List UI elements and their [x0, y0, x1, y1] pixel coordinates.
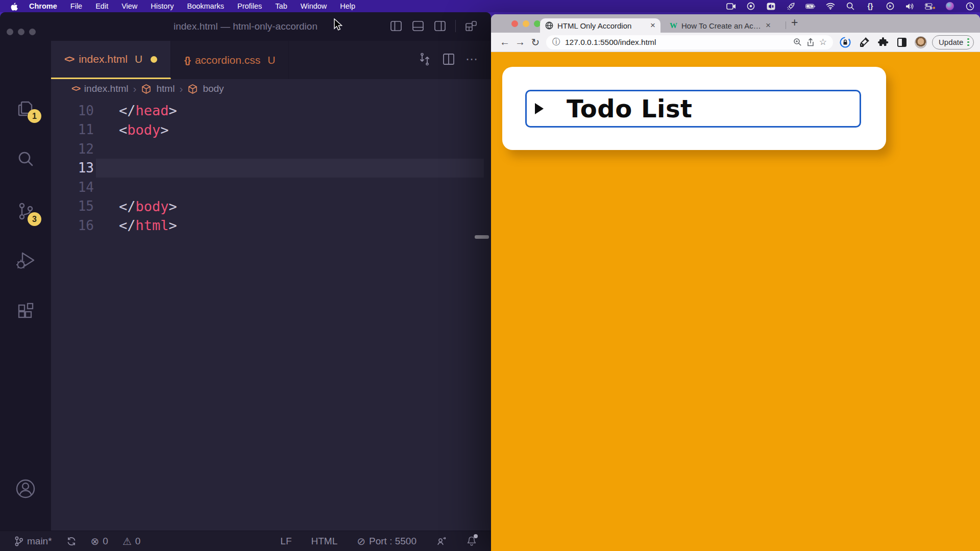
search-icon[interactable]: [13, 147, 38, 171]
new-tab-button[interactable]: +: [791, 16, 798, 30]
notifications-bell-icon[interactable]: [467, 536, 477, 546]
address-bar[interactable]: ⓘ 127.0.0.1:5500/index.html ☆: [546, 35, 833, 49]
run-debug-icon[interactable]: [13, 248, 38, 272]
site-info-icon[interactable]: ⓘ: [552, 37, 560, 47]
menu-history[interactable]: History: [151, 2, 174, 10]
privacy-lock-icon[interactable]: [839, 36, 851, 48]
error-icon: ⊗: [91, 535, 100, 547]
play-circle-icon[interactable]: [885, 1, 895, 11]
live-share-icon[interactable]: [436, 536, 447, 546]
warning-icon: ⚠: [122, 535, 132, 547]
close-tab-icon[interactable]: ×: [650, 20, 655, 31]
code-token: </: [119, 103, 136, 118]
close-window-button[interactable]: [511, 20, 518, 27]
current-line-highlight: [96, 159, 484, 178]
braces-menu-icon[interactable]: {}: [865, 1, 875, 11]
symbol-cube-icon: [187, 84, 198, 94]
scrollbar-handle[interactable]: [475, 235, 489, 239]
errors-item[interactable]: ⊗ 0: [91, 535, 108, 547]
vscode-status-bar: main* ⊗ 0 ⚠ 0 LF HTML ⊘ Por: [0, 531, 491, 551]
customize-layout-icon[interactable]: [464, 19, 478, 33]
breadcrumb-body[interactable]: body: [203, 83, 224, 94]
tab-index-html[interactable]: <> index.html U: [51, 41, 171, 79]
breadcrumb-html[interactable]: html: [156, 83, 175, 94]
bookmark-star-icon[interactable]: ☆: [819, 37, 827, 47]
menu-profiles[interactable]: Profiles: [237, 2, 262, 10]
menu-file[interactable]: File: [70, 2, 82, 10]
rocket-icon[interactable]: [786, 1, 796, 11]
git-status-untracked: U: [135, 53, 142, 65]
code-token: head: [136, 103, 169, 118]
wifi-icon[interactable]: [825, 1, 836, 11]
minimize-window-button[interactable]: [523, 20, 529, 27]
split-editor-icon[interactable]: [442, 53, 455, 66]
more-actions-icon[interactable]: ⋯: [465, 52, 479, 66]
tab-label: accordion.css: [195, 54, 260, 66]
back-button[interactable]: ←: [497, 36, 512, 48]
zoom-page-icon[interactable]: [793, 38, 802, 46]
breadcrumb-file[interactable]: index.html: [84, 83, 129, 94]
browser-tab-inactive[interactable]: W How To Create an Accordion ×: [665, 18, 776, 33]
sync-changes-item[interactable]: [66, 536, 77, 546]
toggle-panel-icon[interactable]: [411, 19, 425, 33]
chevron-right-icon: ›: [133, 83, 136, 95]
menubar-app-name[interactable]: Chrome: [29, 2, 57, 10]
language-mode[interactable]: HTML: [311, 536, 338, 547]
extensions-icon[interactable]: [13, 299, 38, 323]
camera-icon[interactable]: [766, 1, 776, 11]
screen-record-icon[interactable]: [726, 1, 736, 11]
chrome-window: HTML Only Accordion × W How To Create an…: [491, 14, 980, 551]
code-line: 16 </html>: [51, 216, 491, 235]
colorpicker-extension-icon[interactable]: [858, 36, 870, 48]
html-file-icon: <>: [71, 84, 80, 94]
forward-button[interactable]: →: [512, 36, 528, 48]
vscode-titlebar[interactable]: index.html — html-only-accordion: [0, 12, 491, 41]
record-icon[interactable]: [746, 1, 756, 11]
menu-bookmarks[interactable]: Bookmarks: [187, 2, 224, 10]
branch-name: main*: [27, 536, 52, 547]
toggle-sidebar-icon[interactable]: [389, 19, 403, 33]
split-screen-extension-icon[interactable]: [896, 36, 908, 48]
spotlight-search-icon[interactable]: [845, 1, 855, 11]
accordion-summary[interactable]: Todo List: [525, 90, 861, 128]
profile-avatar[interactable]: [915, 36, 927, 48]
git-branch-item[interactable]: main*: [14, 536, 52, 547]
browser-tab-active[interactable]: HTML Only Accordion ×: [540, 18, 660, 33]
clock-icon[interactable]: [965, 1, 975, 11]
live-server-port[interactable]: ⊘ Port : 5500: [357, 535, 416, 547]
code-token: >: [160, 122, 168, 138]
code-line: 11 <body>: [51, 120, 491, 140]
menu-help[interactable]: Help: [340, 2, 355, 10]
toggle-secondary-sidebar-icon[interactable]: [433, 19, 447, 33]
reload-button[interactable]: ↻: [528, 36, 543, 48]
share-icon[interactable]: [806, 38, 815, 47]
vscode-tab-bar: <> index.html U {} accordion.css U ⋯: [51, 41, 491, 79]
warnings-item[interactable]: ⚠ 0: [122, 535, 141, 547]
update-chrome-button[interactable]: Update: [932, 35, 974, 49]
broadcast-icon: ⊘: [357, 535, 365, 547]
extensions-puzzle-icon[interactable]: [877, 36, 889, 48]
explorer-badge: 1: [28, 109, 41, 123]
siri-icon[interactable]: [945, 1, 955, 11]
control-center-icon[interactable]: [925, 1, 935, 11]
code-token: body: [127, 122, 160, 138]
code-editor[interactable]: 10 </head> 11 <body> 12 13: [51, 98, 491, 531]
chevron-right-icon: ›: [179, 83, 183, 95]
menu-edit[interactable]: Edit: [95, 2, 108, 10]
open-changes-icon[interactable]: [418, 52, 432, 66]
battery-charging-icon[interactable]: [805, 1, 816, 11]
url-text[interactable]: 127.0.0.1:5500/index.html: [565, 38, 789, 47]
web-page: Todo List: [491, 52, 980, 551]
chrome-toolbar: ← → ↻ ⓘ 127.0.0.1:5500/index.html ☆ Upda…: [491, 33, 980, 52]
error-count: 0: [103, 536, 108, 547]
menu-tab[interactable]: Tab: [275, 2, 287, 10]
tab-accordion-css[interactable]: {} accordion.css U: [171, 41, 289, 79]
menu-window[interactable]: Window: [301, 2, 327, 10]
apple-menu-icon[interactable]: [10, 2, 18, 11]
volume-icon[interactable]: [905, 1, 915, 11]
code-token: </: [119, 198, 136, 214]
close-tab-icon[interactable]: ×: [766, 20, 771, 31]
menu-view[interactable]: View: [121, 2, 137, 10]
account-icon[interactable]: [13, 477, 38, 501]
eol-indicator[interactable]: LF: [280, 536, 291, 547]
